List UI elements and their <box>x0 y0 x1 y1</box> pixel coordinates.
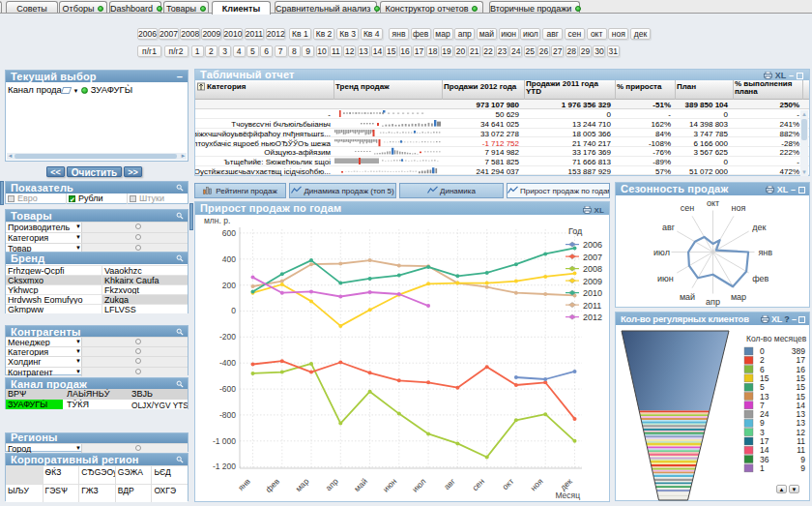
svg-text:фев: фев <box>264 476 282 494</box>
svg-text:2006: 2006 <box>583 240 602 250</box>
svg-text:апр: апр <box>324 476 340 492</box>
svg-text:мар: мар <box>731 292 746 302</box>
svg-text:мар: мар <box>294 476 311 493</box>
svg-text:июл: июл <box>653 248 670 257</box>
svg-text:май: май <box>352 476 369 493</box>
svg-text:окт: окт <box>500 476 515 491</box>
svg-text:ноя: ноя <box>732 203 746 213</box>
svg-text:-1 000: -1 000 <box>213 435 236 445</box>
svg-text:сен: сен <box>681 203 695 213</box>
svg-text:600: 600 <box>222 227 236 237</box>
svg-text:ноя: ноя <box>529 476 545 492</box>
svg-text:400: 400 <box>222 253 236 263</box>
svg-text:2010: 2010 <box>583 288 602 298</box>
svg-text:янв: янв <box>759 248 773 257</box>
svg-text:-600: -600 <box>219 383 236 393</box>
svg-text:2008: 2008 <box>583 264 602 274</box>
svg-text:дек: дек <box>752 223 766 232</box>
svg-text:млн. р.: млн. р. <box>204 216 230 225</box>
svg-text:9: 9 <box>800 463 805 473</box>
svg-text:Кол-во месяцев: Кол-во месяцев <box>746 334 807 343</box>
svg-text:0: 0 <box>231 306 236 315</box>
svg-text:июн: июн <box>381 476 398 493</box>
svg-text:апр: апр <box>706 297 720 307</box>
svg-text:2012: 2012 <box>583 313 602 322</box>
svg-text:2009: 2009 <box>583 276 602 285</box>
svg-text:июл: июл <box>410 476 427 493</box>
svg-text:-1 200: -1 200 <box>213 461 236 471</box>
svg-text:200: 200 <box>222 280 236 289</box>
svg-text:2007: 2007 <box>583 252 602 261</box>
svg-text:окт: окт <box>707 198 719 208</box>
svg-text:-200: -200 <box>219 332 236 342</box>
svg-text:сен: сен <box>470 476 486 492</box>
svg-text:авг: авг <box>662 223 676 232</box>
svg-text:Год: Год <box>568 226 583 236</box>
svg-text:1: 1 <box>760 463 765 473</box>
svg-text:июн: июн <box>657 274 674 283</box>
svg-text:янв: янв <box>236 476 252 492</box>
svg-text:-800: -800 <box>219 409 236 419</box>
svg-text:май: май <box>680 292 695 302</box>
svg-text:фев: фев <box>752 274 768 283</box>
svg-text:авг: авг <box>442 476 457 491</box>
svg-text:Месяц: Месяц <box>555 491 580 500</box>
svg-text:-400: -400 <box>219 358 236 368</box>
svg-text:2011: 2011 <box>583 300 601 310</box>
